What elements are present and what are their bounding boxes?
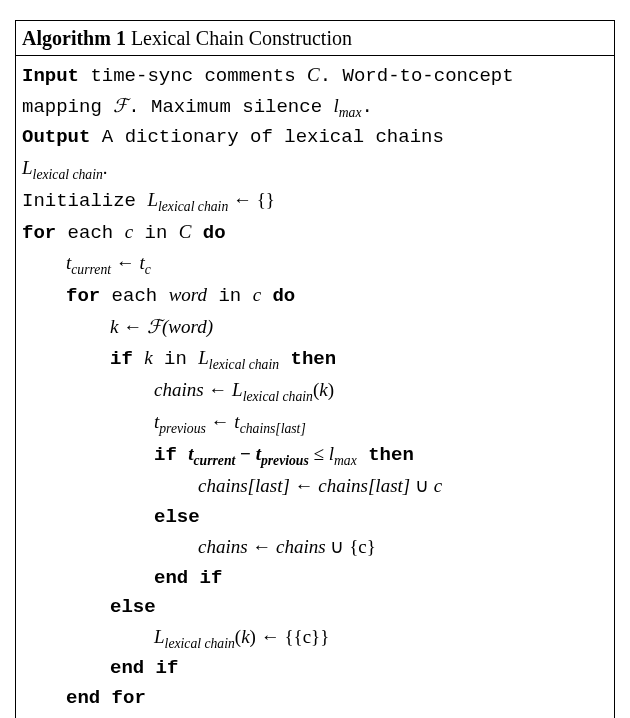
for-outer: for each c in C do (22, 217, 608, 248)
input-line-2: mapping ℱ. Maximum silence lmax. (22, 91, 608, 123)
new-chain: chains ← chains ∪ {c} (22, 532, 608, 563)
output-line-1: Output A dictionary of lexical chains (22, 123, 608, 152)
for-inner: for each word in c do (22, 280, 608, 311)
algorithm-number: Algorithm 1 (22, 27, 126, 49)
output-line-2: Llexical chain. (22, 153, 608, 185)
output-keyword: Output (22, 126, 90, 148)
algorithm-title: Lexical Chain Construction (126, 27, 352, 49)
else-outer: else (22, 593, 608, 622)
algorithm-body: Input time-sync comments C. Word-to-conc… (16, 56, 614, 718)
endfor-inner: end for (22, 684, 608, 713)
algorithm-header: Algorithm 1 Lexical Chain Construction (16, 21, 614, 56)
init-line: Initialize Llexical chain ← {} (22, 185, 608, 217)
endif-inner: end if (22, 564, 608, 593)
algorithm-box: Algorithm 1 Lexical Chain Construction I… (15, 20, 615, 718)
assign-tprev: tprevious ← tchains[last] (22, 407, 608, 439)
endfor-outer: end for (22, 713, 608, 718)
endif-outer: end if (22, 654, 608, 683)
input-line-1: Input time-sync comments C. Word-to-conc… (22, 60, 608, 91)
init-Lk: Llexical chain(k) ← {{c}} (22, 622, 608, 654)
else-inner: else (22, 503, 608, 532)
assign-chains: chains ← Llexical chain(k) (22, 375, 608, 407)
assign-k: k ← ℱ(word) (22, 312, 608, 343)
if-k-in-L: if k in Llexical chain then (22, 343, 608, 375)
append-to-last: chains[last] ← chains[last] ∪ c (22, 471, 608, 502)
if-time-cond: if tcurrent − tprevious ≤ lmax then (22, 439, 608, 471)
assign-tcurrent: tcurrent ← tc (22, 248, 608, 280)
input-keyword: Input (22, 65, 79, 87)
